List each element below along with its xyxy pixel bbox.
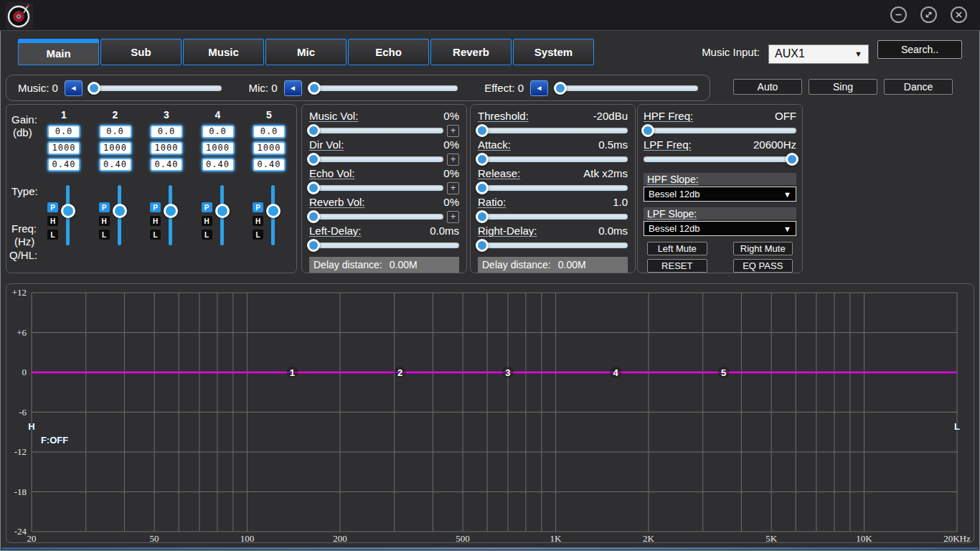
dance-button[interactable]: Dance — [884, 79, 953, 95]
hpf-freq-slider[interactable] — [644, 124, 796, 137]
eq-band-marker-4[interactable]: 4 — [613, 367, 619, 378]
slider-handle[interactable] — [476, 124, 489, 137]
eq-band-5-gain-input[interactable]: 0.0 — [253, 125, 286, 138]
eq-band-type-p-button[interactable]: P — [47, 202, 58, 212]
right-delay-slider[interactable] — [478, 239, 628, 252]
eq-band-2-gain-slider[interactable] — [113, 185, 127, 245]
eq-band-3-gain-input[interactable]: 0.0 — [150, 125, 183, 138]
eq-band-2-gain-input[interactable]: 0.0 — [99, 125, 132, 138]
lpf-slope-select[interactable]: Bessel 12db ▼ — [644, 221, 796, 236]
ratio-slider[interactable] — [478, 210, 628, 223]
eq-band-3-freq-input[interactable]: 1000 — [150, 141, 183, 155]
minimize-button[interactable] — [890, 6, 907, 23]
eq-band-type-h-button[interactable]: H — [202, 216, 212, 226]
slider-handle[interactable] — [113, 204, 127, 218]
sing-button[interactable]: Sing — [809, 79, 877, 95]
eq-band-3-q-input[interactable]: 0.40 — [150, 158, 183, 171]
slider-handle[interactable] — [308, 82, 321, 95]
echo-vol-slider[interactable] — [309, 182, 443, 194]
effect-level-slider[interactable] — [555, 82, 698, 95]
dir-vol-slider[interactable] — [309, 153, 443, 166]
slider-handle[interactable] — [164, 204, 178, 218]
eq-band-type-p-button[interactable]: P — [150, 202, 161, 212]
eq-band-type-l-button[interactable]: L — [253, 230, 263, 240]
eq-pass-button[interactable]: EQ PASS — [733, 259, 793, 273]
tab-main[interactable]: Main — [18, 39, 99, 65]
eq-band-type-l-button[interactable]: L — [47, 230, 58, 240]
hpf-slope-select[interactable]: Bessel 12db ▼ — [644, 187, 796, 202]
eq-band-marker-1[interactable]: 1 — [290, 367, 295, 378]
eq-band-2-q-input[interactable]: 0.40 — [99, 158, 132, 171]
reset-button[interactable]: RESET — [647, 259, 707, 273]
eq-band-type-h-button[interactable]: H — [99, 216, 110, 226]
eq-band-5-q-input[interactable]: 0.40 — [253, 158, 286, 171]
eq-band-2-freq-input[interactable]: 1000 — [99, 141, 132, 155]
attack-slider[interactable] — [478, 153, 628, 166]
eq-band-1-gain-slider[interactable] — [61, 185, 75, 245]
eq-band-4-gain-input[interactable]: 0.0 — [202, 125, 235, 138]
left-delay-slider[interactable] — [309, 239, 459, 252]
fine-adjust-plus-icon[interactable]: + — [447, 211, 459, 223]
eq-band-1-gain-input[interactable]: 0.0 — [47, 125, 80, 138]
slider-handle[interactable] — [88, 82, 100, 95]
slider-handle[interactable] — [307, 153, 320, 166]
eq-band-3-gain-slider[interactable] — [164, 185, 178, 245]
tab-reverb[interactable]: Reverb — [430, 39, 512, 65]
slider-handle[interactable] — [554, 82, 567, 95]
music-vol-slider[interactable] — [309, 124, 443, 137]
mic-level-slider[interactable] — [308, 82, 458, 95]
effect-mute-button[interactable]: ◄ — [530, 80, 548, 96]
eq-band-type-l-button[interactable]: L — [150, 230, 161, 240]
eq-graph[interactable]: +12+60-6-12-18-2420501002005001K2K5K10K2… — [6, 284, 974, 542]
eq-band-type-l-button[interactable]: L — [99, 230, 110, 240]
eq-band-1-freq-input[interactable]: 1000 — [47, 141, 80, 155]
tab-echo[interactable]: Echo — [348, 39, 429, 65]
slider-handle[interactable] — [476, 239, 489, 252]
music-level-slider[interactable] — [89, 82, 222, 95]
eq-band-4-gain-slider[interactable] — [215, 185, 230, 245]
auto-button[interactable]: Auto — [733, 79, 802, 95]
slider-handle[interactable] — [307, 239, 320, 252]
eq-band-4-q-input[interactable]: 0.40 — [202, 158, 235, 171]
eq-band-type-h-button[interactable]: H — [47, 216, 58, 226]
fine-adjust-plus-icon[interactable]: + — [447, 182, 459, 194]
slider-handle[interactable] — [476, 210, 489, 223]
slider-handle[interactable] — [307, 182, 320, 194]
tab-sub[interactable]: Sub — [100, 39, 182, 65]
fine-adjust-plus-icon[interactable]: + — [447, 154, 459, 166]
slider-handle[interactable] — [266, 204, 281, 218]
slider-handle[interactable] — [307, 210, 320, 223]
reverb-vol-slider[interactable] — [309, 210, 443, 223]
eq-band-5-freq-input[interactable]: 1000 — [253, 141, 286, 155]
left-mute-button[interactable]: Left Mute — [647, 242, 707, 255]
slider-handle[interactable] — [786, 153, 798, 166]
eq-band-marker-3[interactable]: 3 — [505, 367, 510, 378]
eq-band-marker-2[interactable]: 2 — [397, 367, 402, 378]
slider-handle[interactable] — [641, 124, 654, 137]
eq-band-type-h-button[interactable]: H — [253, 216, 263, 226]
eq-band-type-p-button[interactable]: P — [202, 202, 212, 212]
fine-adjust-plus-icon[interactable]: + — [447, 125, 459, 137]
slider-handle[interactable] — [476, 182, 489, 194]
tab-music[interactable]: Music — [183, 39, 264, 65]
eq-band-5-gain-slider[interactable] — [266, 185, 281, 245]
mic-mute-button[interactable]: ◄ — [284, 80, 302, 96]
threshold-slider[interactable] — [478, 124, 628, 137]
slider-handle[interactable] — [61, 204, 75, 218]
tab-mic[interactable]: Mic — [265, 39, 347, 65]
slider-handle[interactable] — [307, 124, 320, 137]
music-input-select[interactable]: AUX1 ▼ — [768, 44, 869, 64]
close-button[interactable] — [951, 6, 967, 23]
maximize-button[interactable] — [920, 6, 937, 23]
eq-band-1-q-input[interactable]: 0.40 — [47, 158, 80, 171]
eq-band-marker-5[interactable]: 5 — [721, 367, 726, 378]
eq-band-type-h-button[interactable]: H — [150, 216, 161, 226]
search-button[interactable]: Search.. — [877, 40, 962, 59]
eq-band-type-p-button[interactable]: P — [99, 202, 110, 212]
eq-band-type-l-button[interactable]: L — [202, 230, 212, 240]
lpf-freq-slider[interactable] — [644, 153, 796, 166]
music-mute-button[interactable]: ◄ — [65, 80, 83, 96]
slider-handle[interactable] — [476, 153, 489, 166]
slider-handle[interactable] — [215, 204, 230, 218]
eq-band-type-p-button[interactable]: P — [253, 202, 263, 212]
